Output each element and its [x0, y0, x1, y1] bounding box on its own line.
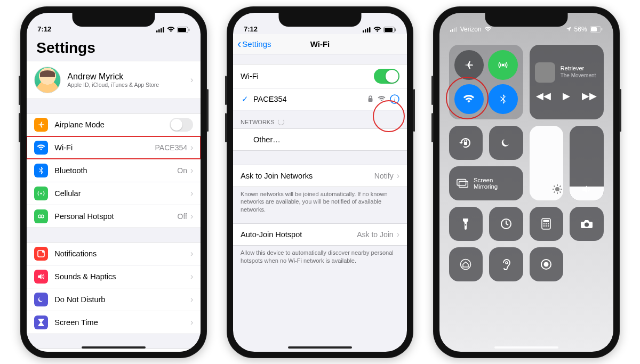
svg-point-11: [42, 250, 44, 252]
calculator-tile[interactable]: [530, 207, 564, 241]
svg-rect-20: [365, 29, 366, 33]
profile-section: Andrew Myrick Apple ID, iCloud, iTunes &…: [27, 61, 201, 99]
svg-rect-47: [457, 179, 466, 185]
volume-icon: [581, 183, 593, 195]
home-tile[interactable]: [449, 247, 483, 281]
svg-rect-24: [385, 28, 393, 32]
battery-icon: [590, 26, 603, 33]
home-indicator[interactable]: [494, 346, 558, 349]
brightness-slider[interactable]: [530, 126, 564, 200]
settings-row-wi-fi[interactable]: Wi-Fi PACE354›: [27, 136, 201, 159]
battery-icon: [383, 27, 396, 33]
settings-row-sounds-haptics[interactable]: Sounds & Haptics ›: [27, 265, 201, 288]
settings-row-notifications[interactable]: Notifications ›: [27, 242, 201, 265]
profile-sub: Apple ID, iCloud, iTunes & App Store: [67, 82, 159, 88]
status-icons: [156, 27, 190, 33]
chevron-left-icon: ‹: [237, 41, 241, 47]
settings-row-bluetooth[interactable]: Bluetooth On›: [27, 159, 201, 182]
row-label: Do Not Disturb: [54, 295, 105, 304]
signal-icon: [363, 27, 371, 33]
play-icon[interactable]: ▶: [563, 90, 570, 102]
phone-wifi: 7:12 ‹ Settings Wi-Fi Wi-Fi: [227, 6, 413, 358]
alerts-section: Notifications › Sounds & Haptics › Do No…: [27, 242, 201, 334]
settings-row-airplane-mode[interactable]: Airplane Mode: [27, 114, 201, 136]
screen-record-tile[interactable]: [530, 247, 564, 281]
svg-rect-35: [601, 28, 602, 30]
airplane-toggle[interactable]: [454, 50, 484, 80]
screen-mirroring-tile[interactable]: Screen Mirroring: [449, 166, 523, 200]
cellular-toggle[interactable]: [488, 50, 518, 80]
location-icon: [566, 26, 572, 32]
svg-line-52: [506, 224, 508, 225]
volume-slider[interactable]: [570, 126, 604, 200]
chevron-icon: ›: [190, 143, 193, 152]
next-track-icon[interactable]: ▶▶: [582, 90, 597, 102]
toggle[interactable]: [170, 118, 193, 132]
status-icons: [363, 27, 396, 33]
timer-tile[interactable]: [489, 207, 523, 241]
svg-line-44: [560, 191, 561, 192]
auto-join-footer: Allow this device to automatically disco…: [233, 246, 407, 265]
status-bar: Verizon 56%: [439, 13, 613, 34]
wifi-status-icon: [167, 27, 175, 33]
bluetooth-icon: [34, 164, 48, 177]
lock-icon: [367, 95, 373, 102]
hearing-tile[interactable]: [489, 247, 523, 281]
airplane-icon: [34, 118, 48, 132]
svg-point-60: [548, 225, 549, 226]
home-indicator[interactable]: [82, 346, 146, 349]
chevron-icon: ›: [190, 249, 193, 258]
dnd-tile[interactable]: [489, 126, 523, 160]
profile-row[interactable]: Andrew Myrick Apple ID, iCloud, iTunes &…: [27, 61, 201, 99]
row-label: Sounds & Haptics: [54, 272, 116, 281]
auto-join-value: Ask to Join: [357, 230, 393, 239]
settings-row-personal-hotspot[interactable]: Personal Hotspot Off›: [27, 205, 201, 228]
orientation-lock-tile[interactable]: [449, 126, 483, 160]
auto-join-row[interactable]: Auto-Join Hotspot Ask to Join ›: [233, 224, 407, 245]
row-label: Notifications: [54, 249, 97, 258]
settings-row-screen-time[interactable]: Screen Time ›: [27, 311, 201, 334]
settings-row-do-not-disturb[interactable]: Do Not Disturb ›: [27, 288, 201, 311]
wifi-toggle-row[interactable]: Wi-Fi: [233, 64, 407, 88]
carrier-name: Verizon: [460, 26, 482, 33]
wifi-toggle[interactable]: [454, 84, 484, 114]
svg-line-46: [554, 191, 555, 192]
settings-title: Settings: [27, 34, 201, 61]
svg-rect-25: [395, 28, 396, 31]
album-art: [535, 62, 555, 83]
settings-row-cellular[interactable]: Cellular ›: [27, 182, 201, 205]
ask-join-value: Notify: [374, 172, 394, 180]
prev-track-icon[interactable]: ◀◀: [536, 90, 551, 102]
svg-rect-26: [368, 98, 372, 102]
row-label: Wi-Fi: [54, 143, 73, 152]
chevron-icon: ›: [190, 189, 193, 198]
media-tile[interactable]: Retriever The Movement ◀◀ ▶ ▶▶: [530, 45, 604, 119]
wifi-status-icon: [484, 27, 492, 32]
flashlight-tile[interactable]: [449, 207, 483, 241]
info-icon[interactable]: i: [390, 94, 399, 104]
svg-rect-31: [454, 28, 455, 31]
chevron-icon: ›: [190, 75, 193, 85]
svg-rect-29: [450, 30, 451, 32]
row-label: Cellular: [54, 189, 81, 198]
screentime-icon: [34, 316, 48, 329]
bluetooth-toggle[interactable]: [488, 84, 518, 114]
connectivity-tile[interactable]: [449, 45, 523, 119]
home-indicator[interactable]: [288, 346, 352, 349]
connected-network-row[interactable]: ✓ PACE354 i: [233, 88, 407, 110]
notch: [278, 13, 361, 27]
status-time: 7:12: [37, 25, 51, 33]
other-network-row[interactable]: Other…: [233, 129, 407, 150]
ask-join-row[interactable]: Ask to Join Networks Notify ›: [233, 165, 407, 187]
camera-tile[interactable]: [570, 207, 604, 241]
back-button[interactable]: ‹ Settings: [237, 39, 271, 48]
mirroring-icon: [457, 179, 468, 188]
settings-row-general[interactable]: General ›: [27, 349, 201, 352]
svg-point-62: [461, 259, 471, 269]
notifications-icon: [34, 247, 48, 261]
svg-rect-54: [543, 220, 549, 222]
battery-pct: 56%: [574, 26, 587, 33]
wifi-toggle[interactable]: [374, 69, 399, 84]
back-label: Settings: [242, 39, 271, 48]
svg-rect-30: [452, 29, 453, 31]
